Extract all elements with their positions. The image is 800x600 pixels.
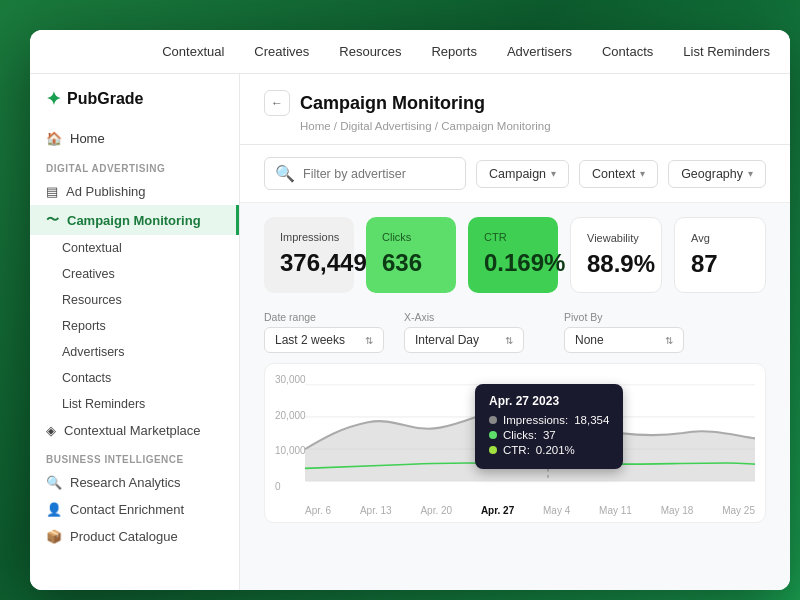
x-axis: Apr. 6 Apr. 13 Apr. 20 Apr. 27 May 4 May…: [305, 505, 755, 516]
main-body: ✦ PubGrade 🏠 Home Digital Advertising ▤ …: [30, 74, 790, 590]
nav-contacts[interactable]: Contacts: [602, 44, 653, 59]
sidebar-item-contact-enrichment[interactable]: 👤 Contact Enrichment: [30, 496, 239, 523]
geography-filter-button[interactable]: Geography ▾: [668, 160, 766, 188]
sidebar-item-contacts[interactable]: Contacts: [30, 365, 239, 391]
x-label-apr27: Apr. 27: [481, 505, 514, 516]
clicks-dot: [489, 431, 497, 439]
sidebar-item-campaign-monitoring[interactable]: 〜 Campaign Monitoring: [30, 205, 239, 235]
pivotby-select[interactable]: None ⇅: [564, 327, 684, 353]
pivotby-value: None: [575, 333, 604, 347]
sidebar-item-contextual[interactable]: Contextual: [30, 235, 239, 261]
sidebar-item-label: Creatives: [62, 267, 115, 281]
chart-area: 30,000 20,000 10,000 0: [264, 363, 766, 523]
logo: ✦ PubGrade: [30, 88, 239, 124]
campaign-filter-label: Campaign: [489, 167, 546, 181]
xaxis-select[interactable]: Interval Day ⇅: [404, 327, 524, 353]
back-button[interactable]: ←: [264, 90, 290, 116]
tooltip-ctr-value: 0.201%: [536, 444, 575, 456]
sidebar-item-research-analytics[interactable]: 🔍 Research Analytics: [30, 469, 239, 496]
sidebar-item-advertisers[interactable]: Advertisers: [30, 339, 239, 365]
xaxis-value: Interval Day: [415, 333, 479, 347]
filter-search-box[interactable]: 🔍: [264, 157, 466, 190]
research-analytics-icon: 🔍: [46, 475, 62, 490]
tooltip-impressions-label: Impressions:: [503, 414, 568, 426]
nav-advertisers[interactable]: Advertisers: [507, 44, 572, 59]
pivotby-group: Pivot By None ⇅: [564, 311, 684, 353]
search-input[interactable]: [303, 167, 455, 181]
filter-row: 🔍 Campaign ▾ Context ▾ Geography ▾: [240, 145, 790, 203]
sidebar-item-creatives[interactable]: Creatives: [30, 261, 239, 287]
y-label-30k: 30,000: [275, 374, 306, 385]
app-window: Contextual Creatives Resources Reports A…: [30, 30, 790, 590]
nav-creatives[interactable]: Creatives: [254, 44, 309, 59]
x-label-may4: May 4: [543, 505, 570, 516]
tooltip-clicks-value: 37: [543, 429, 556, 441]
clicks-card: Clicks 636: [366, 217, 456, 293]
avg-label: Avg: [691, 232, 749, 244]
sidebar-item-label: Campaign Monitoring: [67, 213, 201, 228]
xaxis-label: X-Axis: [404, 311, 524, 323]
chevron-down-icon: ⇅: [505, 335, 513, 346]
date-range-group: Date range Last 2 weeks ⇅: [264, 311, 384, 353]
context-filter-label: Context: [592, 167, 635, 181]
breadcrumb: Home / Digital Advertising / Campaign Mo…: [264, 120, 766, 132]
nav-resources[interactable]: Resources: [339, 44, 401, 59]
ad-publishing-icon: ▤: [46, 184, 58, 199]
y-label-20k: 20,000: [275, 410, 306, 421]
viewability-card: Viewability 88.9%: [570, 217, 662, 293]
impressions-label: Impressions: [280, 231, 338, 243]
tooltip-date: Apr. 27 2023: [489, 394, 609, 408]
sidebar-item-contextual-marketplace[interactable]: ◈ Contextual Marketplace: [30, 417, 239, 444]
sidebar-item-label: List Reminders: [62, 397, 145, 411]
tooltip-impressions-row: Impressions: 18,354: [489, 414, 609, 426]
top-nav: Contextual Creatives Resources Reports A…: [30, 30, 790, 74]
logo-title: PubGrade: [67, 90, 143, 108]
sidebar-item-label: Contact Enrichment: [70, 502, 184, 517]
clicks-value: 636: [382, 249, 440, 277]
sidebar-item-label: Product Catalogue: [70, 529, 178, 544]
x-label-may25: May 25: [722, 505, 755, 516]
sidebar-section-bi: Business Intelligence: [30, 444, 239, 469]
tooltip-ctr-row: CTR: 0.201%: [489, 444, 609, 456]
sidebar-item-label: Advertisers: [62, 345, 125, 359]
metrics-row: Impressions 376,449 Clicks 636 CTR 0.169…: [240, 203, 790, 307]
ctr-card: CTR 0.169%: [468, 217, 558, 293]
sidebar-item-list-reminders[interactable]: List Reminders: [30, 391, 239, 417]
campaign-filter-button[interactable]: Campaign ▾: [476, 160, 569, 188]
content-header: ← Campaign Monitoring Home / Digital Adv…: [240, 74, 790, 145]
sidebar-item-ad-publishing[interactable]: ▤ Ad Publishing: [30, 178, 239, 205]
sidebar-item-label: Contextual Marketplace: [64, 423, 201, 438]
nav-contextual[interactable]: Contextual: [162, 44, 224, 59]
contextual-marketplace-icon: ◈: [46, 423, 56, 438]
date-range-select[interactable]: Last 2 weeks ⇅: [264, 327, 384, 353]
contact-enrichment-icon: 👤: [46, 502, 62, 517]
x-label-apr13: Apr. 13: [360, 505, 392, 516]
geography-filter-label: Geography: [681, 167, 743, 181]
y-label-10k: 10,000: [275, 445, 306, 456]
sidebar-item-reports[interactable]: Reports: [30, 313, 239, 339]
x-label-may11: May 11: [599, 505, 632, 516]
product-catalogue-icon: 📦: [46, 529, 62, 544]
x-label-apr6: Apr. 6: [305, 505, 331, 516]
avg-value: 87: [691, 250, 749, 278]
clicks-label: Clicks: [382, 231, 440, 243]
viewability-value: 88.9%: [587, 250, 645, 278]
nav-reports[interactable]: Reports: [431, 44, 477, 59]
chart-tooltip: Apr. 27 2023 Impressions: 18,354 Clicks:…: [475, 384, 623, 469]
tooltip-impressions-value: 18,354: [574, 414, 609, 426]
home-label: Home: [70, 131, 105, 146]
campaign-monitoring-icon: 〜: [46, 211, 59, 229]
nav-list-reminders[interactable]: List Reminders: [683, 44, 770, 59]
search-icon: 🔍: [275, 164, 295, 183]
ctr-label: CTR: [484, 231, 542, 243]
y-axis: 30,000 20,000 10,000 0: [275, 374, 306, 492]
context-filter-button[interactable]: Context ▾: [579, 160, 658, 188]
chart-controls: Date range Last 2 weeks ⇅ X-Axis Interva…: [240, 307, 790, 363]
chevron-down-icon: ⇅: [665, 335, 673, 346]
content-area: ← Campaign Monitoring Home / Digital Adv…: [240, 74, 790, 590]
sidebar-item-resources[interactable]: Resources: [30, 287, 239, 313]
sidebar-home[interactable]: 🏠 Home: [30, 124, 239, 153]
ctr-value: 0.169%: [484, 249, 542, 277]
sidebar-item-product-catalogue[interactable]: 📦 Product Catalogue: [30, 523, 239, 550]
sidebar-item-label: Resources: [62, 293, 122, 307]
